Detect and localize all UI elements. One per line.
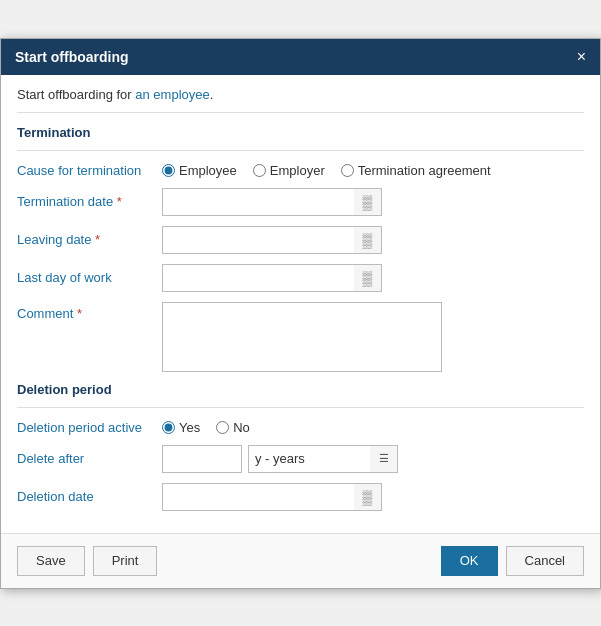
intro-prefix: Start offboarding for [17, 87, 135, 102]
delete-after-label: Delete after [17, 451, 162, 466]
cause-employee-label: Employee [179, 163, 237, 178]
unit-select[interactable]: y - years m - months d - days [248, 445, 398, 473]
cause-employer-radio[interactable] [253, 164, 266, 177]
dialog-title: Start offboarding [15, 49, 129, 65]
termination-date-wrapper: Mar 3, 2021 ▒ [162, 188, 382, 216]
deletion-date-label: Deletion date [17, 489, 162, 504]
deletion-active-row: Deletion period active Yes No [17, 420, 584, 435]
last-day-calendar-button[interactable]: ▒ [354, 264, 382, 292]
deletion-active-radio-group: Yes No [162, 420, 250, 435]
leaving-date-label: Leaving date [17, 232, 162, 247]
deletion-yes-radio[interactable] [162, 421, 175, 434]
deletion-yes-option[interactable]: Yes [162, 420, 200, 435]
leaving-date-wrapper: Jun 1, 2021 ▒ [162, 226, 382, 254]
cause-employee-radio[interactable] [162, 164, 175, 177]
termination-section-title: Termination [17, 125, 584, 140]
deletion-no-radio[interactable] [216, 421, 229, 434]
close-button[interactable]: × [577, 49, 586, 65]
deletion-yes-label: Yes [179, 420, 200, 435]
deletion-divider [17, 407, 584, 408]
cause-radio-group: Employee Employer Termination agreement [162, 163, 491, 178]
delete-after-row: Delete after y - years m - months d - da… [17, 445, 584, 473]
termination-date-row: Termination date Mar 3, 2021 ▒ [17, 188, 584, 216]
termination-date-calendar-button[interactable]: ▒ [354, 188, 382, 216]
delete-after-input[interactable] [162, 445, 242, 473]
cause-label: Cause for termination [17, 163, 162, 178]
leaving-date-input[interactable]: Jun 1, 2021 [162, 226, 382, 254]
deletion-active-label: Deletion period active [17, 420, 162, 435]
unit-select-wrapper: y - years m - months d - days ☰ [248, 445, 398, 473]
intro-text: Start offboarding for an employee. [17, 87, 584, 113]
dialog-footer: Save Print OK Cancel [1, 533, 600, 588]
deletion-date-input[interactable] [162, 483, 382, 511]
last-day-wrapper: ▒ [162, 264, 382, 292]
cause-termination-option[interactable]: Termination agreement [341, 163, 491, 178]
leaving-date-row: Leaving date Jun 1, 2021 ▒ [17, 226, 584, 254]
cause-employer-option[interactable]: Employer [253, 163, 325, 178]
cause-employee-option[interactable]: Employee [162, 163, 237, 178]
deletion-no-label: No [233, 420, 250, 435]
comment-textarea[interactable] [162, 302, 442, 372]
deletion-date-row: Deletion date ▒ [17, 483, 584, 511]
leaving-date-calendar-button[interactable]: ▒ [354, 226, 382, 254]
last-day-input[interactable] [162, 264, 382, 292]
deletion-date-wrapper: ▒ [162, 483, 382, 511]
cause-employer-label: Employer [270, 163, 325, 178]
offboarding-dialog: Start offboarding × Start offboarding fo… [0, 38, 601, 589]
comment-label: Comment [17, 302, 162, 321]
cause-row: Cause for termination Employee Employer … [17, 163, 584, 178]
deletion-section-title: Deletion period [17, 382, 584, 397]
deletion-no-option[interactable]: No [216, 420, 250, 435]
cause-termination-radio[interactable] [341, 164, 354, 177]
cause-termination-label: Termination agreement [358, 163, 491, 178]
termination-section: Termination Cause for termination Employ… [17, 125, 584, 372]
save-button[interactable]: Save [17, 546, 85, 576]
cancel-button[interactable]: Cancel [506, 546, 584, 576]
last-day-label: Last day of work [17, 270, 162, 285]
ok-button[interactable]: OK [441, 546, 498, 576]
comment-row: Comment [17, 302, 584, 372]
termination-date-label: Termination date [17, 194, 162, 209]
termination-divider [17, 150, 584, 151]
delete-after-wrapper: y - years m - months d - days ☰ [162, 445, 398, 473]
deletion-date-calendar-button[interactable]: ▒ [354, 483, 382, 511]
dialog-titlebar: Start offboarding × [1, 39, 600, 75]
dialog-body: Start offboarding for an employee. Termi… [1, 75, 600, 533]
intro-suffix: . [210, 87, 214, 102]
termination-date-input[interactable]: Mar 3, 2021 [162, 188, 382, 216]
employee-link[interactable]: an employee [135, 87, 209, 102]
last-day-row: Last day of work ▒ [17, 264, 584, 292]
deletion-section: Deletion period Deletion period active Y… [17, 382, 584, 511]
print-button[interactable]: Print [93, 546, 158, 576]
